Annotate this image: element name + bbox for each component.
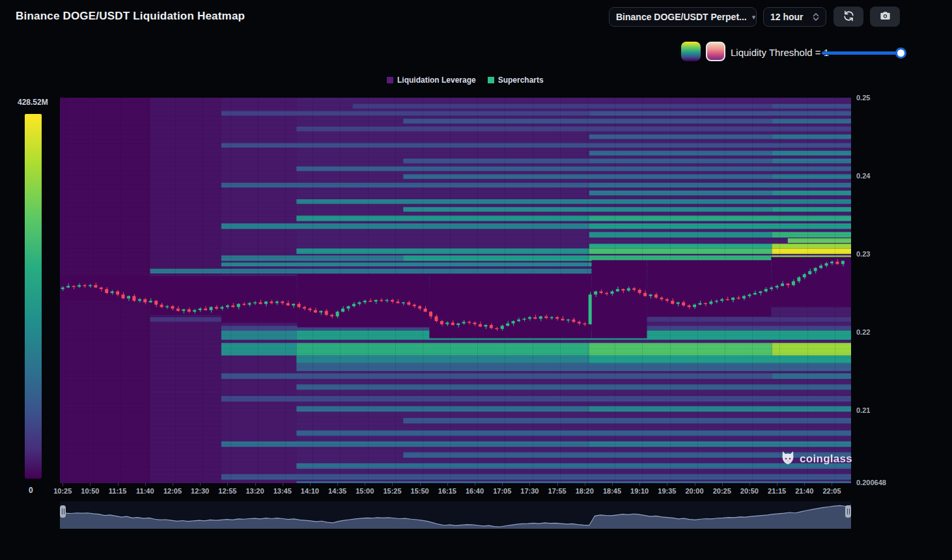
time-tick-label: 13:45 — [273, 487, 292, 495]
time-tick-label: 14:35 — [328, 487, 346, 495]
symbol-select[interactable]: Binance DOGE/USDT Perpet... ▾ — [609, 7, 757, 27]
legend-swatch-purple — [387, 77, 393, 83]
chevron-down-icon: ▾ — [752, 13, 756, 21]
time-tick-label: 16:40 — [466, 487, 484, 495]
time-tick-label: 22:05 — [822, 487, 841, 495]
chart-legend: Liquidation Leverage Supercharts — [387, 76, 544, 85]
time-tick-label: 17:30 — [520, 487, 539, 495]
price-tick-label: 0.21 — [856, 406, 870, 414]
interval-select[interactable]: 12 hour — [763, 7, 826, 27]
refresh-button[interactable] — [833, 7, 863, 27]
red-palette-swatch[interactable] — [706, 42, 725, 61]
time-tick-label: 20:25 — [713, 487, 731, 495]
viridis-palette-swatch[interactable] — [681, 42, 701, 61]
heatmap-canvas[interactable] — [60, 98, 851, 486]
watermark-text: coinglass — [800, 453, 852, 466]
interval-select-value: 12 hour — [770, 12, 804, 22]
time-tick-label: 13:20 — [245, 487, 264, 495]
price-tick-label: 0.22 — [856, 328, 870, 336]
coinglass-dog-icon — [780, 450, 796, 468]
price-tick-label: 0.24 — [856, 172, 870, 180]
price-tick-label: 0.25 — [856, 94, 870, 102]
legend-item-liquidation-leverage[interactable]: Liquidation Leverage — [387, 76, 476, 85]
price-tick-label: 0.23 — [856, 250, 870, 258]
watermark: coinglass — [780, 450, 852, 468]
time-tick-label: 18:20 — [576, 487, 594, 495]
time-tick-label: 15:50 — [411, 487, 429, 495]
time-tick-label: 20:00 — [685, 487, 703, 495]
time-tick-label: 10:25 — [53, 487, 72, 495]
time-tick-label: 19:10 — [630, 487, 649, 495]
time-tick-label: 12:55 — [218, 487, 236, 495]
time-tick-label: 14:10 — [301, 487, 319, 495]
time-tick-label: 16:15 — [438, 487, 456, 495]
slider-thumb[interactable] — [895, 48, 906, 59]
slider-track[interactable] — [822, 51, 905, 55]
time-tick-label: 19:35 — [658, 487, 676, 495]
colorbar-max-label: 428.52M — [18, 98, 48, 107]
screenshot-button[interactable] — [870, 7, 900, 27]
legend-item-supercharts[interactable]: Supercharts — [488, 76, 544, 85]
liquidation-heatmap-page: Binance DOGE/USDT Liquidation Heatmap Bi… — [0, 0, 952, 560]
navigator-left-handle[interactable] — [60, 505, 66, 518]
time-tick-label: 12:05 — [163, 487, 182, 495]
time-tick-label: 11:15 — [109, 487, 127, 495]
time-tick-label: 15:00 — [356, 487, 374, 495]
colorbar-min-label: 0 — [29, 486, 33, 495]
time-tick-label: 15:25 — [383, 487, 401, 495]
time-tick-label: 21:15 — [768, 487, 786, 495]
refresh-icon — [843, 10, 855, 24]
navigator-canvas[interactable] — [60, 501, 851, 529]
time-tick-label: 17:05 — [493, 487, 511, 495]
time-tick-label: 12:30 — [191, 487, 209, 495]
camera-icon — [879, 10, 891, 24]
time-tick-label: 18:45 — [603, 487, 621, 495]
legend-label: Liquidation Leverage — [397, 76, 476, 85]
time-tick-label: 11:40 — [136, 487, 154, 495]
page-title: Binance DOGE/USDT Liquidation Heatmap — [16, 10, 245, 23]
legend-swatch-green — [488, 77, 494, 83]
liquidity-threshold-slider[interactable] — [822, 48, 905, 59]
liquidity-threshold-label: Liquidity Threshold = 1 — [731, 47, 829, 58]
time-tick-label: 10:50 — [81, 487, 99, 495]
price-min-label: 0.200648 — [856, 479, 886, 486]
time-tick-label: 17:55 — [548, 487, 567, 495]
navigator-right-handle[interactable] — [845, 505, 851, 518]
colorbar — [25, 114, 42, 479]
symbol-select-value: Binance DOGE/USDT Perpet... — [616, 12, 747, 22]
time-tick-label: 20:50 — [740, 487, 759, 495]
range-navigator[interactable] — [60, 501, 851, 529]
legend-label: Supercharts — [498, 76, 544, 85]
interval-stepper-icon — [813, 13, 819, 21]
time-tick-label: 21:40 — [795, 487, 813, 495]
